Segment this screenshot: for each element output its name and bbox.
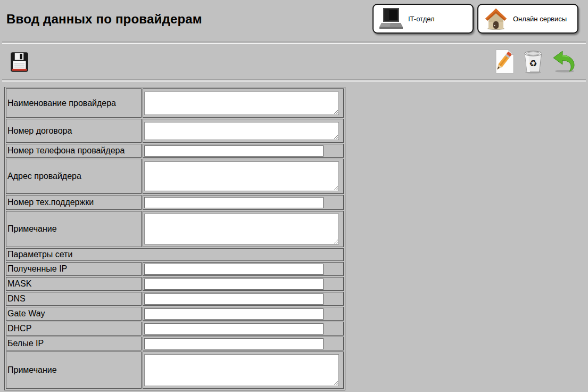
table-row: DHCP bbox=[6, 322, 344, 336]
provider-address-label: Адрес провайдера bbox=[6, 159, 142, 194]
table-row: Параметры сети bbox=[6, 248, 344, 261]
it-department-button[interactable]: IT-отдел bbox=[372, 4, 474, 34]
received-ip-label: Полученные IP bbox=[6, 262, 142, 276]
dns-input[interactable] bbox=[144, 293, 324, 305]
table-row: Полученные IP bbox=[6, 262, 344, 276]
provider-phone-input[interactable] bbox=[144, 145, 324, 157]
delete-button[interactable]: ♻ bbox=[523, 49, 544, 74]
table-row: Номер договора bbox=[6, 119, 344, 143]
white-ip-input[interactable] bbox=[144, 338, 324, 349]
provider-form-table: Наименование провайдера Номер договора Н… bbox=[4, 87, 345, 390]
table-row: Белые IP bbox=[6, 337, 344, 350]
support-phone-label: Номер тех.поддержки bbox=[6, 195, 142, 210]
table-row: Gate Way bbox=[6, 307, 344, 321]
home-icon bbox=[484, 7, 508, 30]
header-buttons: IT-отдел Онлайн сервисы bbox=[372, 4, 578, 34]
back-icon bbox=[551, 67, 576, 75]
dns-label: DNS bbox=[6, 292, 142, 306]
support-phone-input[interactable] bbox=[144, 197, 324, 208]
note2-textarea[interactable] bbox=[144, 354, 339, 386]
back-button[interactable] bbox=[551, 50, 576, 73]
network-params-section-header: Параметры сети bbox=[6, 248, 344, 261]
note2-label: Примечание bbox=[6, 352, 142, 389]
table-row: Наименование провайдера bbox=[6, 88, 344, 118]
contract-number-textarea[interactable] bbox=[144, 122, 339, 140]
divider bbox=[2, 79, 586, 81]
computer-icon bbox=[379, 7, 403, 30]
app-window: Ввод данных по провайдерам IT-отдел bbox=[0, 0, 588, 392]
page-title: Ввод данных по провайдерам bbox=[6, 12, 202, 27]
online-services-label: Онлайн сервисы bbox=[513, 15, 567, 23]
mask-label: MASK bbox=[6, 277, 142, 291]
gateway-input[interactable] bbox=[144, 308, 324, 320]
save-icon bbox=[11, 66, 28, 74]
table-row: Примечание bbox=[6, 352, 344, 389]
delete-icon: ♻ bbox=[523, 68, 544, 76]
note-label: Примечание bbox=[6, 211, 142, 247]
provider-phone-label: Номер телефона провайдера bbox=[6, 144, 142, 158]
white-ip-label: Белые IP bbox=[6, 337, 142, 350]
table-row: Номер тех.поддержки bbox=[6, 195, 344, 210]
table-row: DNS bbox=[6, 292, 344, 306]
it-department-label: IT-отдел bbox=[408, 15, 435, 23]
received-ip-input[interactable] bbox=[144, 264, 324, 275]
dhcp-input[interactable] bbox=[144, 323, 324, 334]
table-row: Номер телефона провайдера bbox=[6, 144, 344, 158]
table-row: Адрес провайдера bbox=[6, 159, 344, 194]
provider-address-textarea[interactable] bbox=[144, 161, 339, 191]
save-button[interactable] bbox=[11, 52, 28, 72]
svg-text:♻: ♻ bbox=[529, 59, 537, 69]
table-row: MASK bbox=[6, 277, 344, 291]
gateway-label: Gate Way bbox=[6, 307, 142, 321]
divider bbox=[2, 42, 586, 44]
edit-icon bbox=[494, 68, 515, 76]
note-textarea[interactable] bbox=[144, 214, 339, 244]
online-services-button[interactable]: Онлайн сервисы bbox=[477, 4, 578, 34]
edit-button[interactable] bbox=[494, 49, 515, 74]
mask-input[interactable] bbox=[144, 279, 324, 290]
table-row: Примечание bbox=[6, 211, 344, 247]
contract-number-label: Номер договора bbox=[6, 119, 142, 143]
toolbar: ♻ bbox=[0, 45, 588, 79]
dhcp-label: DHCP bbox=[6, 322, 142, 336]
provider-name-label: Наименование провайдера bbox=[6, 88, 142, 118]
provider-name-textarea[interactable] bbox=[144, 92, 339, 115]
